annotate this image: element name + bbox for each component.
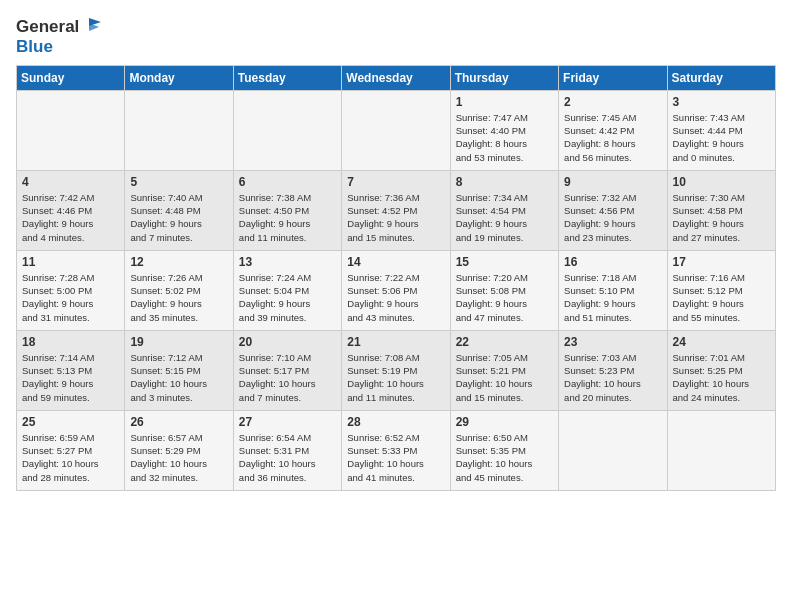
day-info: Sunrise: 7:45 AM Sunset: 4:42 PM Dayligh… bbox=[564, 111, 661, 164]
day-number: 4 bbox=[22, 175, 119, 189]
day-info: Sunrise: 7:18 AM Sunset: 5:10 PM Dayligh… bbox=[564, 271, 661, 324]
week-row-5: 25Sunrise: 6:59 AM Sunset: 5:27 PM Dayli… bbox=[17, 410, 776, 490]
day-number: 7 bbox=[347, 175, 444, 189]
day-header-thursday: Thursday bbox=[450, 65, 558, 90]
day-cell: 23Sunrise: 7:03 AM Sunset: 5:23 PM Dayli… bbox=[559, 330, 667, 410]
day-cell bbox=[667, 410, 775, 490]
day-number: 1 bbox=[456, 95, 553, 109]
day-info: Sunrise: 7:22 AM Sunset: 5:06 PM Dayligh… bbox=[347, 271, 444, 324]
day-info: Sunrise: 7:34 AM Sunset: 4:54 PM Dayligh… bbox=[456, 191, 553, 244]
day-cell: 4Sunrise: 7:42 AM Sunset: 4:46 PM Daylig… bbox=[17, 170, 125, 250]
day-number: 20 bbox=[239, 335, 336, 349]
day-number: 6 bbox=[239, 175, 336, 189]
logo: General Blue bbox=[16, 16, 103, 57]
day-info: Sunrise: 7:20 AM Sunset: 5:08 PM Dayligh… bbox=[456, 271, 553, 324]
day-number: 17 bbox=[673, 255, 770, 269]
day-number: 18 bbox=[22, 335, 119, 349]
week-row-3: 11Sunrise: 7:28 AM Sunset: 5:00 PM Dayli… bbox=[17, 250, 776, 330]
day-info: Sunrise: 7:10 AM Sunset: 5:17 PM Dayligh… bbox=[239, 351, 336, 404]
day-info: Sunrise: 6:54 AM Sunset: 5:31 PM Dayligh… bbox=[239, 431, 336, 484]
logo-text-general: General bbox=[16, 18, 79, 37]
day-cell: 7Sunrise: 7:36 AM Sunset: 4:52 PM Daylig… bbox=[342, 170, 450, 250]
day-cell: 9Sunrise: 7:32 AM Sunset: 4:56 PM Daylig… bbox=[559, 170, 667, 250]
day-info: Sunrise: 7:26 AM Sunset: 5:02 PM Dayligh… bbox=[130, 271, 227, 324]
day-cell bbox=[342, 90, 450, 170]
day-number: 14 bbox=[347, 255, 444, 269]
day-cell bbox=[125, 90, 233, 170]
day-info: Sunrise: 6:57 AM Sunset: 5:29 PM Dayligh… bbox=[130, 431, 227, 484]
day-info: Sunrise: 7:36 AM Sunset: 4:52 PM Dayligh… bbox=[347, 191, 444, 244]
day-cell: 16Sunrise: 7:18 AM Sunset: 5:10 PM Dayli… bbox=[559, 250, 667, 330]
day-cell: 19Sunrise: 7:12 AM Sunset: 5:15 PM Dayli… bbox=[125, 330, 233, 410]
day-cell: 28Sunrise: 6:52 AM Sunset: 5:33 PM Dayli… bbox=[342, 410, 450, 490]
day-number: 13 bbox=[239, 255, 336, 269]
day-cell: 13Sunrise: 7:24 AM Sunset: 5:04 PM Dayli… bbox=[233, 250, 341, 330]
day-info: Sunrise: 7:42 AM Sunset: 4:46 PM Dayligh… bbox=[22, 191, 119, 244]
day-cell: 15Sunrise: 7:20 AM Sunset: 5:08 PM Dayli… bbox=[450, 250, 558, 330]
logo-flag-icon bbox=[81, 16, 103, 38]
day-cell: 27Sunrise: 6:54 AM Sunset: 5:31 PM Dayli… bbox=[233, 410, 341, 490]
day-header-tuesday: Tuesday bbox=[233, 65, 341, 90]
week-row-1: 1Sunrise: 7:47 AM Sunset: 4:40 PM Daylig… bbox=[17, 90, 776, 170]
day-info: Sunrise: 7:28 AM Sunset: 5:00 PM Dayligh… bbox=[22, 271, 119, 324]
day-number: 27 bbox=[239, 415, 336, 429]
day-number: 12 bbox=[130, 255, 227, 269]
day-cell: 29Sunrise: 6:50 AM Sunset: 5:35 PM Dayli… bbox=[450, 410, 558, 490]
day-number: 3 bbox=[673, 95, 770, 109]
day-cell bbox=[17, 90, 125, 170]
day-number: 23 bbox=[564, 335, 661, 349]
day-number: 2 bbox=[564, 95, 661, 109]
day-cell: 1Sunrise: 7:47 AM Sunset: 4:40 PM Daylig… bbox=[450, 90, 558, 170]
day-number: 15 bbox=[456, 255, 553, 269]
day-cell: 22Sunrise: 7:05 AM Sunset: 5:21 PM Dayli… bbox=[450, 330, 558, 410]
day-number: 16 bbox=[564, 255, 661, 269]
day-cell: 18Sunrise: 7:14 AM Sunset: 5:13 PM Dayli… bbox=[17, 330, 125, 410]
day-cell: 14Sunrise: 7:22 AM Sunset: 5:06 PM Dayli… bbox=[342, 250, 450, 330]
day-info: Sunrise: 6:59 AM Sunset: 5:27 PM Dayligh… bbox=[22, 431, 119, 484]
day-info: Sunrise: 7:43 AM Sunset: 4:44 PM Dayligh… bbox=[673, 111, 770, 164]
day-number: 5 bbox=[130, 175, 227, 189]
day-number: 26 bbox=[130, 415, 227, 429]
day-cell: 17Sunrise: 7:16 AM Sunset: 5:12 PM Dayli… bbox=[667, 250, 775, 330]
day-header-friday: Friday bbox=[559, 65, 667, 90]
day-cell: 8Sunrise: 7:34 AM Sunset: 4:54 PM Daylig… bbox=[450, 170, 558, 250]
day-cell: 26Sunrise: 6:57 AM Sunset: 5:29 PM Dayli… bbox=[125, 410, 233, 490]
logo-text-blue: Blue bbox=[16, 38, 103, 57]
day-info: Sunrise: 7:47 AM Sunset: 4:40 PM Dayligh… bbox=[456, 111, 553, 164]
day-info: Sunrise: 7:05 AM Sunset: 5:21 PM Dayligh… bbox=[456, 351, 553, 404]
day-number: 11 bbox=[22, 255, 119, 269]
day-info: Sunrise: 7:14 AM Sunset: 5:13 PM Dayligh… bbox=[22, 351, 119, 404]
day-info: Sunrise: 7:12 AM Sunset: 5:15 PM Dayligh… bbox=[130, 351, 227, 404]
day-header-saturday: Saturday bbox=[667, 65, 775, 90]
day-number: 21 bbox=[347, 335, 444, 349]
day-header-monday: Monday bbox=[125, 65, 233, 90]
day-info: Sunrise: 7:32 AM Sunset: 4:56 PM Dayligh… bbox=[564, 191, 661, 244]
day-number: 24 bbox=[673, 335, 770, 349]
day-cell bbox=[559, 410, 667, 490]
day-cell bbox=[233, 90, 341, 170]
day-cell: 5Sunrise: 7:40 AM Sunset: 4:48 PM Daylig… bbox=[125, 170, 233, 250]
day-cell: 11Sunrise: 7:28 AM Sunset: 5:00 PM Dayli… bbox=[17, 250, 125, 330]
day-header-sunday: Sunday bbox=[17, 65, 125, 90]
day-info: Sunrise: 7:24 AM Sunset: 5:04 PM Dayligh… bbox=[239, 271, 336, 324]
header-row: SundayMondayTuesdayWednesdayThursdayFrid… bbox=[17, 65, 776, 90]
day-header-wednesday: Wednesday bbox=[342, 65, 450, 90]
day-info: Sunrise: 7:01 AM Sunset: 5:25 PM Dayligh… bbox=[673, 351, 770, 404]
day-number: 25 bbox=[22, 415, 119, 429]
day-cell: 21Sunrise: 7:08 AM Sunset: 5:19 PM Dayli… bbox=[342, 330, 450, 410]
week-row-4: 18Sunrise: 7:14 AM Sunset: 5:13 PM Dayli… bbox=[17, 330, 776, 410]
week-row-2: 4Sunrise: 7:42 AM Sunset: 4:46 PM Daylig… bbox=[17, 170, 776, 250]
day-info: Sunrise: 7:08 AM Sunset: 5:19 PM Dayligh… bbox=[347, 351, 444, 404]
day-number: 10 bbox=[673, 175, 770, 189]
day-info: Sunrise: 7:16 AM Sunset: 5:12 PM Dayligh… bbox=[673, 271, 770, 324]
day-info: Sunrise: 7:40 AM Sunset: 4:48 PM Dayligh… bbox=[130, 191, 227, 244]
day-number: 9 bbox=[564, 175, 661, 189]
day-number: 29 bbox=[456, 415, 553, 429]
calendar-table: SundayMondayTuesdayWednesdayThursdayFrid… bbox=[16, 65, 776, 491]
page-header: General Blue bbox=[16, 16, 776, 57]
day-cell: 20Sunrise: 7:10 AM Sunset: 5:17 PM Dayli… bbox=[233, 330, 341, 410]
day-cell: 2Sunrise: 7:45 AM Sunset: 4:42 PM Daylig… bbox=[559, 90, 667, 170]
day-info: Sunrise: 7:03 AM Sunset: 5:23 PM Dayligh… bbox=[564, 351, 661, 404]
day-cell: 12Sunrise: 7:26 AM Sunset: 5:02 PM Dayli… bbox=[125, 250, 233, 330]
day-cell: 6Sunrise: 7:38 AM Sunset: 4:50 PM Daylig… bbox=[233, 170, 341, 250]
